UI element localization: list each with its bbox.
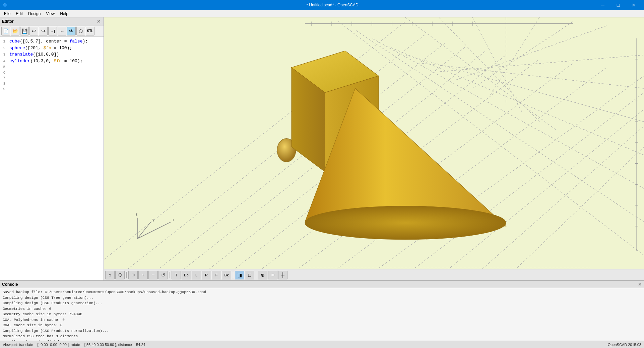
svg-line-2 <box>124 34 426 272</box>
menu-help[interactable]: Help <box>57 11 71 17</box>
zoom-in-button[interactable]: + <box>138 271 148 279</box>
console-line: CGAL Polyhedrons in cache: 0 <box>3 317 641 323</box>
shaded-wireframe-button[interactable]: ◨ <box>235 271 244 279</box>
code-line-2: 2 sphere([20], $fn = 100); <box>0 45 102 52</box>
title-bar: 🔷 * Untitled.scad* - OpenSCAD ─ □ ✕ <box>0 0 644 10</box>
svg-point-61 <box>305 206 506 240</box>
view-back-button[interactable]: Bk <box>222 271 231 279</box>
svg-line-8 <box>255 63 573 280</box>
open-file-button[interactable]: 📂 <box>11 27 19 35</box>
toolbar-separator-2 <box>170 272 170 278</box>
svg-line-31 <box>137 222 151 239</box>
maximize-button[interactable]: □ <box>610 0 626 10</box>
menu-view[interactable]: View <box>43 11 57 17</box>
console-title: Console <box>2 282 18 287</box>
console-line: Geometry cache size in bytes: 724848 <box>3 312 641 317</box>
svg-line-18 <box>389 47 644 155</box>
editor-title: Editor <box>2 19 14 24</box>
view-top-button[interactable]: T <box>172 271 181 279</box>
console-line: Compiling design (CSG Tree generation)..… <box>3 295 641 301</box>
view-right-button[interactable]: R <box>202 271 211 279</box>
svg-line-1 <box>104 21 405 259</box>
view-front-button[interactable]: F <box>212 271 221 279</box>
svg-line-15 <box>338 21 644 255</box>
svg-text:y: y <box>152 217 154 222</box>
svg-line-3 <box>144 42 446 280</box>
svg-line-11 <box>355 93 644 280</box>
svg-line-17 <box>372 38 644 188</box>
render-button[interactable]: ⬡ <box>76 27 85 35</box>
toolbar-separator-1 <box>126 272 127 278</box>
console-line: Normalized CSG tree has 3 elements <box>3 334 641 339</box>
svg-marker-59 <box>325 76 379 172</box>
console-close-button[interactable]: ✕ <box>638 282 642 287</box>
undo-button[interactable]: ↩ <box>29 27 38 35</box>
menu-file[interactable]: File <box>1 11 13 17</box>
editor-toolbar: 📄 📂 💾 ↩ ↪ →| |← 👁 ⬡ STL <box>0 25 104 37</box>
reset-view-button[interactable]: ⌂ <box>105 271 115 279</box>
crosshairs-button[interactable]: ┼ <box>278 271 287 279</box>
stl-button[interactable]: STL <box>86 27 94 35</box>
menu-edit[interactable]: Edit <box>13 11 25 17</box>
main-container: Editor ✕ 📄 📂 💾 ↩ ↪ →| |← 👁 ⬡ STL 1 cube(… <box>0 17 644 348</box>
code-line-1: 1 cube([3,5,7], center = false); <box>0 38 102 45</box>
svg-text:z: z <box>136 212 137 216</box>
unindent-button[interactable]: |← <box>58 27 66 35</box>
svg-line-26 <box>472 17 523 113</box>
close-button[interactable]: ✕ <box>626 0 641 10</box>
editor-close-button[interactable]: ✕ <box>96 19 102 24</box>
svg-text:x: x <box>173 217 174 222</box>
app-icon: 🔷 <box>3 3 8 7</box>
axes-button[interactable]: ⊕ <box>258 271 267 279</box>
console-panel: Console ✕ Saved backup file: C:/Users/sc… <box>0 280 644 341</box>
svg-marker-58 <box>292 68 325 172</box>
svg-line-23 <box>472 21 573 88</box>
svg-line-4 <box>164 47 466 280</box>
menu-design[interactable]: Design <box>25 11 43 17</box>
new-file-button[interactable]: 📄 <box>1 27 10 35</box>
toolbar-separator-3 <box>233 272 233 278</box>
version-info: OpenSCAD 2015.03 <box>608 343 641 347</box>
code-line-7: 7 <box>0 75 102 81</box>
window-controls: ─ □ ✕ <box>595 0 641 10</box>
viewport[interactable]: x y z <box>104 17 644 280</box>
save-file-button[interactable]: 💾 <box>20 27 29 35</box>
code-editor[interactable]: 1 cube([3,5,7], center = false); 2 spher… <box>0 37 104 280</box>
rotate-reset-button[interactable]: ↺ <box>158 271 168 279</box>
scale-ruler-button[interactable]: ⊞ <box>268 271 277 279</box>
svg-line-6 <box>204 55 506 280</box>
viewport-status: Viewport: translate = [ -0.00 -0.00 -0.0… <box>3 343 145 347</box>
svg-line-14 <box>456 147 644 280</box>
svg-line-10 <box>322 76 644 280</box>
console-header: Console ✕ <box>0 281 644 288</box>
svg-marker-60 <box>305 88 506 226</box>
code-line-3: 3 translate([10,0,0]) <box>0 51 102 58</box>
view-left-button[interactable]: L <box>192 271 201 279</box>
svg-line-12 <box>389 109 644 280</box>
console-line: Compiling design (CSG Products generatio… <box>3 300 641 306</box>
console-content: Saved backup file: C:/Users/sculpteo/Doc… <box>0 288 644 341</box>
zoom-out-button[interactable]: − <box>148 271 158 279</box>
wireframe-button[interactable]: □ <box>245 271 254 279</box>
perspective-button[interactable]: ⬡ <box>115 271 125 279</box>
console-line: Compiling design (CSG Products normaliza… <box>3 328 641 334</box>
svg-line-16 <box>355 30 644 222</box>
svg-line-30 <box>137 222 171 239</box>
content-area: Editor ✕ 📄 📂 💾 ↩ ↪ →| |← 👁 ⬡ STL 1 cube(… <box>0 17 644 280</box>
zoom-fit-button[interactable]: ⊞ <box>128 271 138 279</box>
preview-button[interactable]: 👁 <box>67 27 76 35</box>
svg-line-13 <box>422 126 644 280</box>
code-line-8: 8 <box>0 81 102 87</box>
view-bottom-button[interactable]: Bo <box>182 271 191 279</box>
indent-button[interactable]: →| <box>48 27 57 35</box>
svg-line-24 <box>489 17 539 97</box>
svg-line-5 <box>184 51 486 280</box>
minimize-button[interactable]: ─ <box>595 0 610 10</box>
menu-bar: File Edit Design View Help <box>0 10 644 17</box>
svg-line-22 <box>456 26 606 80</box>
viewport-toolbar: ⌂ ⬡ ⊞ + − ↺ T Bo L R F Bk ◨ □ ⊕ ⊞ ┼ <box>104 269 644 280</box>
window-title: * Untitled.scad* - OpenSCAD <box>70 3 595 7</box>
code-line-4: 4 cylinder(10,3,0, $fn = 100); <box>0 58 102 65</box>
code-line-5: 5 <box>0 64 102 70</box>
redo-button[interactable]: ↪ <box>39 27 48 35</box>
